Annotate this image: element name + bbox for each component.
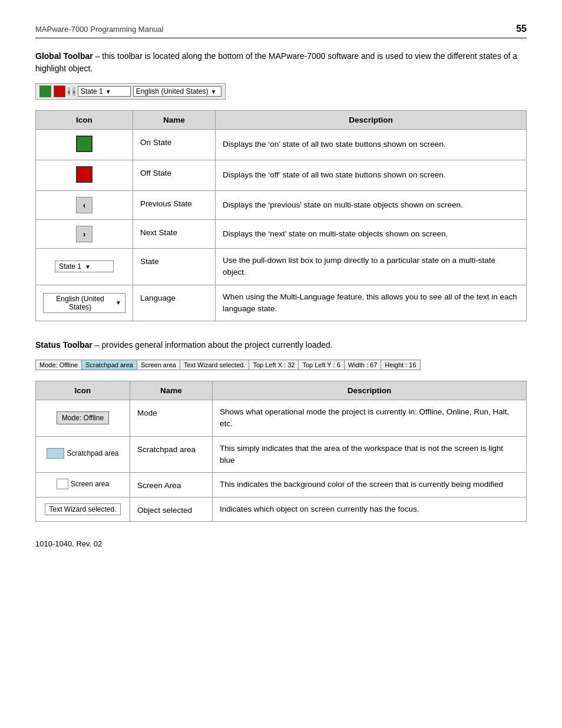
desc-cell-screen: This indicates the background color of t… — [213, 473, 527, 498]
table-row: English (United States) ▼ Language When … — [36, 285, 527, 321]
green-square-icon — [76, 136, 92, 152]
table-row: ‹ Previous State Displays the ‘previous’… — [36, 191, 527, 220]
col-header-icon: Icon — [36, 111, 133, 130]
dropdown-chevron-icon: ▼ — [85, 263, 91, 270]
name-cell-screen: Screen Area — [130, 473, 213, 498]
screen-color-swatch — [57, 479, 68, 489]
icon-cell-on-state — [36, 130, 133, 160]
icon-cell-mode: Mode: Offline — [36, 400, 130, 437]
col-header-name: Name — [133, 111, 216, 130]
icon-cell-wizard: Text Wizard selected. — [36, 498, 130, 522]
name-cell-language: Language — [133, 285, 216, 321]
page-number: 55 — [516, 24, 527, 34]
wizard-badge-icon: Text Wizard selected. — [45, 503, 120, 515]
prev-state-button[interactable]: ‹ — [68, 87, 70, 96]
global-toolbar-image: ‹ › State 1 ▼ English (United States) ▼ — [35, 83, 226, 100]
desc-cell-object-selected: Indicates which object on screen current… — [213, 498, 527, 522]
desc-cell-state: Use the pull-down list box to jump direc… — [216, 249, 527, 285]
arrow-right-icon: › — [76, 226, 92, 242]
desc-cell-mode: Shows what operational mode the project … — [213, 400, 527, 437]
status-col-header-icon: Icon — [36, 381, 130, 400]
lang-dropdown-arrow-icon: ▼ — [210, 88, 216, 95]
on-state-button[interactable] — [39, 85, 51, 97]
col-header-desc: Description — [216, 111, 527, 130]
language-dropdown-icon: English (United States) ▼ — [43, 293, 125, 313]
status-screen-item: Screen area — [137, 360, 180, 370]
desc-cell-prev-state: Displays the ‘previous’ state on multi-s… — [216, 191, 527, 220]
table-row: Scratchpad area Scratchpad area This sim… — [36, 436, 527, 473]
icon-cell-prev-state: ‹ — [36, 191, 133, 220]
status-toolbar-para: Status Toolbar – provides general inform… — [35, 339, 527, 351]
status-scratchpad-item: Scratchpad area — [82, 360, 137, 370]
name-cell-mode: Mode — [130, 400, 213, 437]
scratchpad-color-swatch — [47, 448, 64, 459]
icon-cell-state: State 1 ▼ — [36, 249, 133, 285]
status-col-header-desc: Description — [213, 381, 527, 400]
table-row: On State Displays the ‘on’ state of all … — [36, 130, 527, 160]
desc-cell-on-state: Displays the ‘on’ state of all two state… — [216, 130, 527, 160]
status-width: Width : 67 — [345, 360, 382, 370]
arrow-left-icon: ‹ — [76, 197, 92, 213]
global-toolbar-para: Global Toolbar – this toolbar is located… — [35, 50, 527, 75]
status-toolbar-heading: Status Toolbar — [35, 340, 92, 350]
status-col-header-name: Name — [130, 381, 213, 400]
manual-title: MAPware-7000 Programming Manual — [35, 25, 163, 34]
status-toolbar-image: Mode: Offline Scratchpad area Screen are… — [35, 360, 421, 370]
table-row: Off State Displays the ‘off’ state of al… — [36, 160, 527, 191]
name-cell-off-state: Off State — [133, 160, 216, 191]
name-cell-prev-state: Previous State — [133, 191, 216, 220]
desc-cell-off-state: Displays the ‘off’ state of all two stat… — [216, 160, 527, 191]
status-wizard-item: Text Wizard selected. — [180, 360, 250, 370]
icon-cell-screen: Screen area — [36, 473, 130, 498]
desc-cell-language: When using the Multi-Language feature, t… — [216, 285, 527, 321]
off-state-button[interactable] — [54, 85, 65, 97]
desc-cell-next-state: Displays the ‘next’ state on multi-state… — [216, 220, 527, 249]
page-header: MAPware-7000 Programming Manual 55 — [35, 24, 527, 38]
next-state-button[interactable]: › — [72, 87, 75, 96]
table-row: › Next State Displays the ‘next’ state o… — [36, 220, 527, 249]
lang-chevron-icon: ▼ — [115, 299, 121, 306]
icon-cell-language: English (United States) ▼ — [36, 285, 133, 321]
mode-badge-icon: Mode: Offline — [57, 411, 109, 424]
table-row: Screen area Screen Area This indicates t… — [36, 473, 527, 498]
name-cell-scratchpad: Scratchpad area — [130, 436, 213, 473]
dropdown-arrow-icon: ▼ — [105, 88, 111, 95]
scratchpad-badge-icon: Scratchpad area — [47, 448, 118, 459]
name-cell-state: State — [133, 249, 216, 285]
global-toolbar-heading: Global Toolbar — [35, 51, 93, 61]
name-cell-next-state: Next State — [133, 220, 216, 249]
state-dropdown-icon: State 1 ▼ — [55, 261, 114, 272]
status-toolbar-description: provides general information about the p… — [102, 340, 333, 350]
footer-text: 1010-1040, Rev. 02 — [35, 539, 102, 548]
icon-cell-scratchpad: Scratchpad area — [36, 436, 130, 473]
language-dropdown[interactable]: English (United States) ▼ — [133, 86, 222, 97]
table-row: Mode: Offline Mode Shows what operationa… — [36, 400, 527, 437]
name-cell-object-selected: Object selected — [130, 498, 213, 522]
table-row: Text Wizard selected. Object selected In… — [36, 498, 527, 522]
red-square-icon — [76, 166, 92, 183]
desc-cell-scratchpad: This simply indicates that the area of t… — [213, 436, 527, 473]
status-toolbar-table: Icon Name Description Mode: Offline Mode… — [35, 381, 527, 522]
state-dropdown[interactable]: State 1 ▼ — [78, 86, 131, 97]
icon-cell-next-state: › — [36, 220, 133, 249]
table-row: State 1 ▼ State Use the pull-down list b… — [36, 249, 527, 285]
footer: 1010-1040, Rev. 02 — [35, 539, 527, 548]
status-topleft-y: Top Left Y : 6 — [299, 360, 344, 370]
screen-badge-icon: Screen area — [57, 479, 109, 489]
global-toolbar-description: this toolbar is located along the bottom… — [35, 51, 517, 73]
status-height: Height : 16 — [381, 360, 419, 370]
status-topleft-x: Top Left X : 32 — [249, 360, 299, 370]
icon-cell-off-state — [36, 160, 133, 191]
status-mode-item: Mode: Offline — [36, 360, 82, 370]
name-cell-on-state: On State — [133, 130, 216, 160]
global-toolbar-table: Icon Name Description On State Displays … — [35, 110, 527, 321]
